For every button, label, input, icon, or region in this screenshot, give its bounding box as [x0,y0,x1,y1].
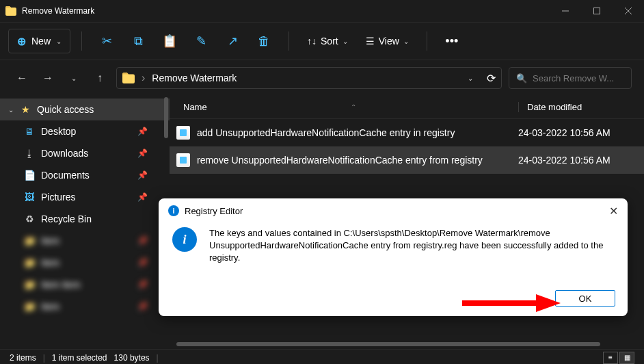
sort-indicator-up: ⌃ [351,103,356,111]
horizontal-scrollbar[interactable] [176,342,637,349]
recycle-icon: ♻ [23,213,36,225]
registry-editor-dialog: i Registry Editor ✕ i The keys and value… [159,198,628,316]
more-button[interactable]: ••• [438,29,466,53]
dialog-titlebar: i Registry Editor ✕ [159,198,628,223]
paste-button[interactable]: 📋 [156,29,183,53]
sidebar-item-recycle-bin[interactable]: ♻ Recycle Bin [0,208,170,230]
search-icon: 🔍 [516,73,527,83]
sidebar-item-documents[interactable]: 📄 Documents 📌 [0,164,170,186]
search-placeholder: Search Remove W... [533,73,614,83]
sidebar-item-pictures[interactable]: 🖼 Pictures 📌 [0,186,170,208]
sidebar-item-label: Desktop [41,126,76,137]
pictures-icon: 🖼 [23,191,36,203]
download-icon: ⭳ [23,147,36,159]
separator [427,31,427,51]
sidebar-item-desktop[interactable]: 🖥 Desktop 📌 [0,120,170,142]
separator [289,31,289,51]
sidebar-item-label: Quick access [37,104,94,115]
view-icon: ☰ [366,36,375,47]
sidebar-item-hidden[interactable]: 📁Item item📌 [0,274,170,296]
status-bar: 2 items | 1 item selected 130 bytes | ≡ … [0,349,644,364]
window-title: Remove Watermark [22,6,94,16]
sidebar-item-label: Documents [41,170,90,181]
sidebar-item-label: Pictures [41,192,76,203]
dialog-message: The keys and values contained in C:\User… [209,227,614,265]
dialog-close-button[interactable]: ✕ [609,205,618,218]
file-name: remove UnsupportedHardwareNotificationCa… [197,155,518,166]
close-button[interactable] [613,0,644,22]
maximize-button[interactable] [581,0,613,22]
chevron-down-icon: ⌄ [56,38,62,45]
search-input[interactable]: 🔍 Search Remove W... [509,67,632,89]
pin-icon: 📌 [137,170,148,180]
minimize-button[interactable] [550,0,581,22]
document-icon: 📄 [23,169,36,181]
rename-button[interactable]: ✎ [187,29,215,53]
chevron-down-icon: ⌄ [8,106,14,114]
folder-icon [5,6,16,16]
pin-icon: 📌 [137,192,148,202]
sidebar-item-hidden[interactable]: 📁Item📌 [0,296,170,317]
dialog-title: Registry Editor [185,206,243,216]
info-icon: i [172,227,197,252]
navigation-bar: ← → ⌄ ↑ › Remove Watermark ⌄ ⟳ 🔍 Search … [0,60,644,96]
back-button[interactable]: ← [12,68,31,88]
chevron-down-icon[interactable]: ⌄ [468,75,473,82]
thumbnails-view-button[interactable]: ▦ [619,352,634,364]
status-size: 130 bytes [114,353,150,363]
sidebar-item-quick-access[interactable]: ⌄ ★ Quick access [0,99,170,120]
file-row[interactable]: remove UnsupportedHardwareNotificationCa… [170,146,644,174]
column-header-name[interactable]: Name ⌃ [183,102,518,112]
chevron-right-icon: › [142,72,145,84]
history-dropdown[interactable]: ⌄ [64,68,83,88]
up-button[interactable]: ↑ [90,68,109,88]
folder-icon [122,73,135,83]
delete-button[interactable]: 🗑 [250,29,278,53]
scrollbar-thumb[interactable] [164,97,168,138]
separator: | [157,353,159,363]
window-controls [550,0,644,22]
star-icon: ★ [19,103,31,116]
details-view-button[interactable]: ≡ [603,352,618,364]
ok-button[interactable]: OK [555,290,615,307]
status-item-count: 2 items [10,353,36,363]
cut-button[interactable]: ✂ [93,29,120,53]
sidebar-item-label: Recycle Bin [41,213,92,224]
svg-rect-0 [594,8,600,14]
forward-button[interactable]: → [38,68,57,88]
separator [81,31,82,51]
file-row[interactable]: add UnsupportedHardwareNotificationCache… [170,119,644,146]
sidebar-item-label: Downloads [41,148,88,159]
file-date: 24-03-2022 10:56 AM [518,127,611,138]
view-button[interactable]: ☰ View ⌄ [359,36,416,47]
pin-icon: 📌 [137,148,148,158]
reg-file-icon [176,126,190,140]
share-button[interactable]: ↗ [219,29,246,53]
column-header-date[interactable]: Date modified [518,102,644,112]
toolbar: ⊕ New ⌄ ✂ ⧉ 📋 ✎ ↗ 🗑 ↑↓ Sort ⌄ ☰ View ⌄ •… [0,22,644,60]
sidebar-item-hidden[interactable]: 📁Item📌 [0,252,170,274]
sidebar-item-hidden[interactable]: 📁Item📌 [0,230,170,252]
refresh-button[interactable]: ⟳ [487,72,496,85]
new-label: New [31,36,51,47]
desktop-icon: 🖥 [23,125,36,138]
breadcrumb[interactable]: › Remove Watermark ⌄ ⟳ [116,67,502,89]
chevron-down-icon: ⌄ [343,38,348,45]
chevron-down-icon: ⌄ [403,38,409,45]
file-name: add UnsupportedHardwareNotificationCache… [197,127,518,138]
dialog-footer: OK [555,290,615,307]
new-button[interactable]: ⊕ New ⌄ [8,29,70,53]
info-icon: i [168,205,179,216]
copy-button[interactable]: ⧉ [124,29,152,53]
sort-label: Sort [321,36,338,47]
separator: | [43,353,45,363]
status-selected: 1 item selected [52,353,107,363]
pin-icon: 📌 [137,127,148,136]
column-headers: Name ⌃ Date modified [170,96,644,119]
reg-file-icon [176,153,190,167]
sidebar-item-downloads[interactable]: ⭳ Downloads 📌 [0,142,170,164]
sort-icon: ↑↓ [307,36,317,47]
sort-button[interactable]: ↑↓ Sort ⌄ [300,36,355,47]
breadcrumb-segment[interactable]: Remove Watermark [152,73,237,83]
window-titlebar: Remove Watermark [0,0,644,22]
